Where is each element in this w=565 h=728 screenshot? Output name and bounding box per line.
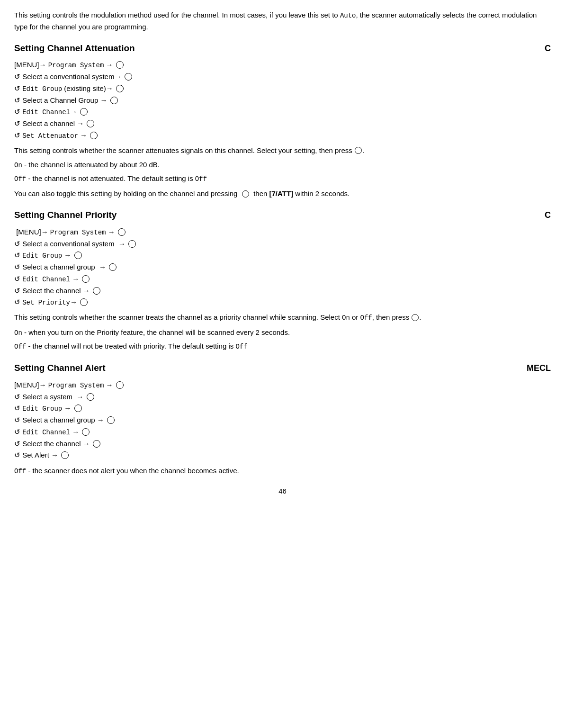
auto-code: Auto xyxy=(340,12,356,19)
attenuation-step-5: ↺ Edit Channel→ xyxy=(14,107,551,117)
scroll-icon xyxy=(109,263,117,271)
page-number: 46 xyxy=(14,486,551,497)
code-edit-group-p: Edit Group xyxy=(22,252,62,260)
attenuation-body: This setting controls whether the scanne… xyxy=(14,145,551,156)
attenuation-step-1: [MENU]→ Program System → xyxy=(14,60,551,71)
attenuation-toggle-text: You can also toggle this setting by hold… xyxy=(14,188,551,199)
attenuation-off-term: Off - the channel is not attenuated. The… xyxy=(14,173,551,184)
alert-step-1: [MENU]→ Program System → xyxy=(14,380,551,391)
att-key: [7/ATT] xyxy=(269,189,294,198)
code-program-system: Program System xyxy=(48,62,104,69)
scroll-icon xyxy=(74,252,82,259)
code-program-system-a: Program System xyxy=(48,382,104,389)
attenuation-on-term: On - the channel is attenuated by about … xyxy=(14,160,551,171)
alert-step-4: ↺ Select a channel group → xyxy=(14,415,551,426)
scroll-icon xyxy=(82,275,90,283)
attenuation-step-7: ↺ Set Attenuator → xyxy=(14,130,551,141)
alert-step-5: ↺ Edit Channel → xyxy=(14,427,551,438)
priority-on-term: On - when you turn on the Priority featu… xyxy=(14,327,551,338)
off-term-a: Off xyxy=(14,467,26,475)
scroll-icon xyxy=(90,132,98,139)
alert-off-term: Off - the scanner does not alert you whe… xyxy=(14,466,551,476)
priority-badge: C xyxy=(545,209,551,222)
scroll-icon xyxy=(128,240,136,248)
code-program-system-p: Program System xyxy=(50,229,106,236)
scroll-icon xyxy=(110,97,118,104)
scroll-icon xyxy=(93,440,100,448)
on-label-p: On xyxy=(342,314,350,322)
priority-body: This setting controls whether the scanne… xyxy=(14,312,551,324)
alert-step-7: ↺ Set Alert → xyxy=(14,450,551,461)
scroll-icon xyxy=(80,298,88,306)
scroll-icon xyxy=(116,381,124,389)
scroll-icon xyxy=(118,228,126,236)
attenuation-step-6: ↺ Select a channel → xyxy=(14,118,551,129)
off-default-p: Off xyxy=(235,343,247,351)
priority-step-5: ↺ Edit Channel → xyxy=(14,274,551,285)
priority-step-7: ↺ Set Priority→ xyxy=(14,297,551,308)
scroll-icon xyxy=(61,451,69,459)
alert-section-header: Setting Channel Alert MECL xyxy=(14,361,551,375)
attenuation-step-2: ↺ Select a conventional system→ xyxy=(14,72,551,82)
attenuation-title: Setting Channel Attenuation xyxy=(14,42,135,55)
code-set-attenuator: Set Attenuator xyxy=(22,132,78,140)
attenuation-badge: C xyxy=(545,42,551,55)
scroll-icon-inline xyxy=(355,147,362,154)
attenuation-step-3: ↺ Edit Group (existing site)→ xyxy=(14,83,551,94)
scroll-icon xyxy=(74,404,82,412)
scroll-icon xyxy=(87,120,94,127)
scroll-icon xyxy=(93,287,100,295)
alert-badge: MECL xyxy=(527,362,551,375)
priority-step-6: ↺ Select the channel → xyxy=(14,286,551,297)
scroll-icon xyxy=(107,416,115,424)
priority-step-4: ↺ Select a channel group → xyxy=(14,262,551,273)
scroll-icon xyxy=(82,428,90,436)
intro-paragraph: This setting controls the modulation met… xyxy=(14,9,551,32)
scroll-icon xyxy=(116,61,124,69)
on-term-p: On xyxy=(14,329,22,337)
priority-step-1: [MENU]→ Program System → xyxy=(14,227,551,238)
off-default: Off xyxy=(195,175,207,183)
code-edit-group-a: Edit Group xyxy=(22,405,62,413)
code-edit-group: Edit Group xyxy=(22,85,62,93)
priority-title: Setting Channel Priority xyxy=(14,208,117,222)
priority-step-2: ↺ Select a conventional system → xyxy=(14,239,551,250)
off-term-p: Off xyxy=(14,343,26,351)
scroll-icon xyxy=(116,85,124,92)
alert-step-3: ↺ Edit Group → xyxy=(14,403,551,414)
priority-step-3: ↺ Edit Group → xyxy=(14,250,551,261)
scroll-icon xyxy=(125,73,132,81)
on-label: On xyxy=(14,162,22,169)
code-edit-channel-p: Edit Channel xyxy=(22,276,70,283)
attenuation-section-header: Setting Channel Attenuation C xyxy=(14,42,551,55)
alert-title: Setting Channel Alert xyxy=(14,361,105,375)
scroll-icon xyxy=(87,393,94,401)
alert-step-2: ↺ Select a system → xyxy=(14,392,551,403)
attenuation-step-4: ↺ Select a Channel Group → xyxy=(14,95,551,106)
scroll-icon-inline-2 xyxy=(242,190,249,198)
off-label-p: Off xyxy=(360,314,372,322)
code-set-priority: Set Priority xyxy=(22,299,70,306)
priority-off-term: Off - the channel will not be treated wi… xyxy=(14,341,551,352)
scroll-icon-inline-p xyxy=(412,314,419,321)
code-edit-channel: Edit Channel xyxy=(22,108,70,116)
alert-step-6: ↺ Select the channel → xyxy=(14,439,551,449)
priority-section-header: Setting Channel Priority C xyxy=(14,208,551,222)
scroll-icon xyxy=(80,108,88,116)
off-label: Off xyxy=(14,175,26,183)
code-edit-channel-a: Edit Channel xyxy=(22,429,70,436)
